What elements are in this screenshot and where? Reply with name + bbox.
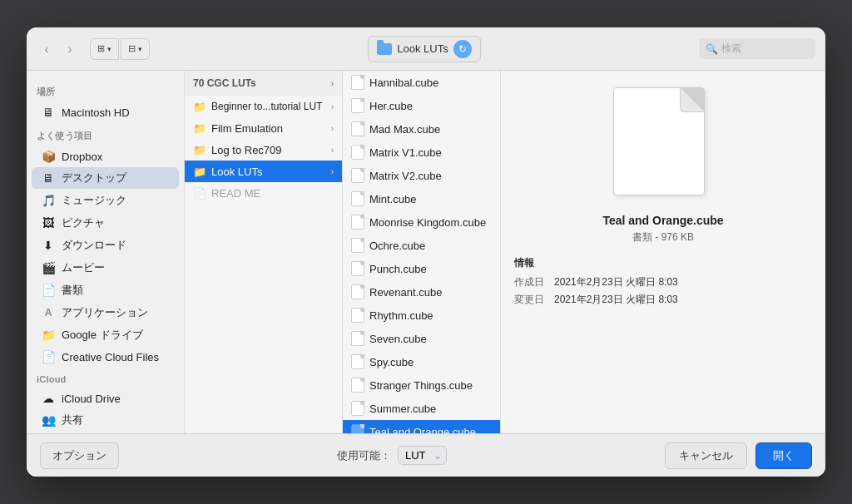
file-label: Moonrise Kingdom.cube (369, 216, 486, 229)
file-row[interactable]: Matrix V2.cube (343, 164, 500, 187)
sidebar-item-shared[interactable]: 👥 共有 (32, 409, 179, 431)
file-row[interactable]: Hannibal.cube (343, 71, 500, 94)
folder-item-log-to-rec[interactable]: 📁 Log to Rec709 › (185, 139, 342, 161)
file-dialog-window: ‹ › ⊞ ▾ ⊟ ▾ Look LUTs ↻ (27, 27, 825, 477)
sidebar-item-label: Dropbox (62, 151, 102, 163)
search-icon: 🔍 (706, 43, 718, 55)
movies-icon: 🎬 (42, 261, 55, 274)
forward-button[interactable]: › (60, 39, 80, 59)
sidebar-item-label: デスクトップ (62, 170, 126, 185)
files-column: Hannibal.cube Her.cube Mad Max.cube Matr… (343, 71, 501, 433)
file-row[interactable]: Mint.cube (343, 187, 500, 210)
file-label: Teal and Orange.cube (369, 426, 476, 434)
preview-file-icon (613, 87, 705, 195)
sidebar-item-label: Creative Cloud Files (62, 351, 159, 363)
sidebar-item-applications[interactable]: A アプリケーション (32, 302, 179, 324)
back-button[interactable]: ‹ (37, 39, 57, 59)
sidebar-item-label: ピクチャ (62, 215, 105, 230)
desktop-icon: 🖥 (42, 171, 55, 185)
sidebar-item-movies[interactable]: 🎬 ムービー (32, 257, 179, 279)
sidebar-item-downloads[interactable]: ⬇ ダウンロード (32, 235, 179, 256)
music-icon: 🎵 (42, 194, 55, 207)
sidebar-item-dropbox[interactable]: 📦 Dropbox (32, 146, 179, 166)
modified-value: 2021年2月23日 火曜日 8:03 (554, 293, 678, 307)
file-row[interactable]: Ochre.cube (343, 234, 500, 257)
file-row[interactable]: Punch.cube (343, 257, 500, 280)
grid-view-button[interactable]: ⊟ ▾ (121, 38, 150, 60)
use-select[interactable]: LUT (398, 446, 447, 465)
sidebar-item-label: ミュージック (62, 193, 126, 208)
file-row[interactable]: Her.cube (343, 94, 500, 117)
file-row[interactable]: Moonrise Kingdom.cube (343, 210, 500, 234)
columns-view-button[interactable]: ⊞ ▾ (90, 38, 119, 60)
preview-modified-row: 変更日 2021年2月23日 火曜日 8:03 (514, 293, 812, 307)
file-icon (351, 98, 364, 113)
preview-info: 情報 作成日 2021年2月23日 火曜日 8:03 変更日 2021年2月23… (514, 256, 812, 310)
sidebar-item-music[interactable]: 🎵 ミュージック (32, 190, 179, 211)
places-label: 場所 (27, 79, 184, 101)
file-row[interactable]: Matrix V1.cube (343, 141, 500, 164)
folder-item-label: Film Emulation (211, 122, 283, 135)
folder-item-look-luts[interactable]: 📁 Look LUTs › (185, 161, 342, 182)
bottom-buttons: キャンセル 開く (665, 442, 812, 469)
documents-icon: 📄 (42, 284, 55, 297)
preview-panel: Teal and Orange.cube 書類 - 976 KB 情報 作成日 … (501, 71, 825, 433)
location-pill[interactable]: Look LUTs ↻ (368, 36, 480, 62)
file-label: Hannibal.cube (369, 77, 438, 89)
open-button[interactable]: 開く (755, 442, 812, 469)
file-row[interactable]: Mad Max.cube (343, 117, 500, 141)
sidebar-item-documents[interactable]: 📄 書類 (32, 279, 179, 301)
cancel-button[interactable]: キャンセル (665, 442, 747, 469)
bottom-bar: オプション 使用可能： LUT キャンセル 開く (27, 433, 825, 477)
file-row[interactable]: Spy.cube (343, 350, 500, 373)
file-icon (351, 215, 364, 230)
file-label: Her.cube (369, 100, 413, 112)
folder-icon-small: 📁 (193, 143, 206, 156)
use-select-wrap[interactable]: LUT (398, 446, 447, 465)
sidebar-item-label: iCloud Drive (62, 393, 121, 405)
sidebar-item-google-drive[interactable]: 📁 Google ドライブ (32, 324, 179, 346)
file-row[interactable]: Summer.cube (343, 397, 500, 420)
file-label: Mad Max.cube (369, 123, 440, 136)
sidebar-item-creative-cloud[interactable]: 📄 Creative Cloud Files (32, 347, 179, 367)
file-row[interactable]: Rhythm.cube (343, 304, 500, 327)
file-row-selected[interactable]: Teal and Orange.cube (343, 420, 500, 433)
use-controls: 使用可能： LUT (337, 446, 447, 465)
sidebar-item-label: ダウンロード (62, 238, 126, 253)
search-bar[interactable]: 🔍 検索 (699, 38, 815, 59)
folder-item-label: Look LUTs (211, 166, 262, 178)
file-label: Mint.cube (369, 193, 416, 205)
columns-view-chevron: ▾ (107, 45, 111, 53)
preview-file-icon-container (613, 87, 713, 204)
folder-icon (377, 43, 392, 55)
file-label: Ochre.cube (369, 240, 425, 252)
created-label: 作成日 (514, 275, 547, 289)
sidebar-item-pictures[interactable]: 🖼 ピクチャ (32, 212, 179, 234)
refresh-button[interactable]: ↻ (453, 40, 472, 58)
file-icon (351, 75, 364, 90)
location-name: Look LUTs (397, 42, 448, 55)
file-label: Spy.cube (369, 356, 414, 368)
folder-item-beginner[interactable]: 📁 Beginner to...tutorial LUT › (185, 96, 342, 117)
sidebar-item-desktop[interactable]: 🖥 デスクトップ (32, 167, 179, 189)
file-row[interactable]: Seven.cube (343, 327, 500, 350)
icloud-label: iCloud (27, 368, 184, 388)
options-button[interactable]: オプション (40, 442, 119, 469)
sidebar-item-macintosh-hd[interactable]: 🖥 Macintosh HD (32, 102, 179, 122)
sidebar-item-icloud-drive[interactable]: ☁ iCloud Drive (32, 388, 179, 408)
google-drive-icon: 📁 (42, 329, 55, 342)
file-label: Matrix V2.cube (369, 170, 442, 182)
file-row[interactable]: Revenant.cube (343, 280, 500, 304)
file-icon (351, 308, 364, 323)
nav-buttons: ‹ › (37, 39, 80, 59)
preview-subtitle: 書類 - 976 KB (632, 230, 694, 245)
search-placeholder: 検索 (721, 42, 741, 56)
back-icon: ‹ (45, 42, 49, 56)
created-value: 2021年2月23日 火曜日 8:03 (554, 275, 678, 289)
sidebar-item-label: 共有 (62, 413, 83, 427)
use-label: 使用可能： (337, 448, 391, 463)
folder-item-film-emulation[interactable]: 📁 Film Emulation › (185, 117, 342, 139)
folder-icon-small: 📁 (193, 121, 206, 135)
file-icon (351, 378, 364, 393)
file-row[interactable]: Stranger Things.cube (343, 373, 500, 397)
